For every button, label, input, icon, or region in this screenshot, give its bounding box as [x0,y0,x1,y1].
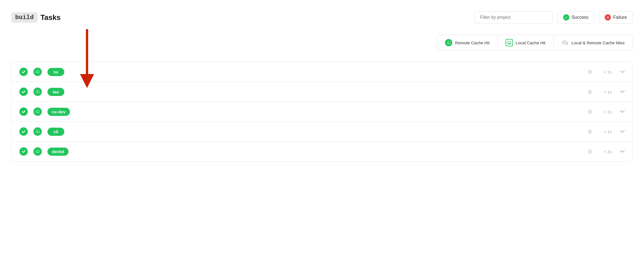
success-label: Success [572,15,588,20]
task-timer-icon [588,109,592,114]
task-status-success-icon [19,147,28,156]
expand-button[interactable] [620,89,625,94]
task-status-success-icon [19,107,28,116]
task-duration: < 1s [598,109,612,114]
svg-rect-10 [589,90,590,90]
task-project-badge: nx-dev [47,108,70,116]
svg-line-9 [590,72,590,73]
page-title: Tasks [40,13,61,22]
local-remote-miss-label: Local & Remote Cache Miss [572,40,625,45]
svg-rect-14 [589,110,590,110]
legend-local-cache-hit: Local Cache Hit [498,35,554,50]
legend-container: Remote Cache Hit Local Cache Hit [11,35,633,56]
expand-button[interactable] [620,109,625,114]
build-badge: build [11,12,38,23]
task-project-badge: cli [47,128,64,136]
svg-line-13 [590,92,590,93]
task-cache-remote-icon [33,88,42,96]
local-cache-icon [506,39,513,46]
svg-marker-1 [80,74,94,88]
task-project-badge: devkit [47,148,68,156]
miss-icon [561,39,569,46]
success-icon: ✓ [563,14,569,20]
task-cache-remote-icon [33,68,42,76]
local-cache-hit-label: Local Cache Hit [516,40,545,45]
legend-local-remote-miss: Local & Remote Cache Miss [554,35,632,50]
success-button[interactable]: ✓ Success [557,11,594,24]
task-cache-remote-icon [33,147,42,156]
expand-button[interactable] [620,149,625,154]
task-project-badge: tao [47,88,64,96]
task-duration: < 1s [598,149,612,154]
svg-line-17 [590,112,590,112]
svg-rect-18 [589,130,590,130]
svg-line-25 [590,152,590,152]
failure-icon: ✕ [605,14,611,20]
task-timer-icon [588,129,592,134]
task-status-success-icon [19,68,28,76]
table-row: devkit < 1s [12,142,632,161]
header: build Tasks ✓ Success ✕ Failure [11,11,633,24]
remote-cache-hit-label: Remote Cache Hit [455,40,490,45]
task-duration: < 1s [598,89,612,94]
expand-button[interactable] [620,69,625,74]
table-row: cli < 1s [12,122,632,142]
task-status-success-icon [19,88,28,96]
table-row: nx-dev < 1s [12,102,632,122]
header-controls: ✓ Success ✕ Failure [474,11,633,24]
filter-input[interactable] [474,11,553,24]
legend-row: Remote Cache Hit Local Cache Hit [437,35,633,50]
task-timer-icon [588,149,592,154]
task-duration: < 1s [598,129,612,134]
red-arrow-indicator [79,29,95,92]
table-row: tao < 1s [12,82,632,102]
table-row: nx < 1s [12,62,632,82]
legend-section: Remote Cache Hit Local Cache Hit [11,35,633,56]
task-cache-remote-icon [33,127,42,136]
task-project-badge: nx [47,68,64,76]
svg-rect-22 [589,150,590,150]
task-timer-icon [588,70,592,74]
failure-label: Failure [613,15,627,20]
svg-line-21 [590,132,590,132]
task-status-success-icon [19,127,28,136]
failure-button[interactable]: ✕ Failure [599,11,633,24]
title-area: build Tasks [11,12,61,23]
expand-button[interactable] [620,129,625,134]
svg-rect-6 [589,70,590,70]
task-timer-icon [588,89,592,94]
task-duration: < 1s [598,70,612,74]
tasks-table: nx < 1s [11,62,633,162]
task-cache-remote-icon [33,107,42,116]
remote-cache-icon [445,39,452,46]
legend-remote-cache-hit: Remote Cache Hit [437,35,498,50]
